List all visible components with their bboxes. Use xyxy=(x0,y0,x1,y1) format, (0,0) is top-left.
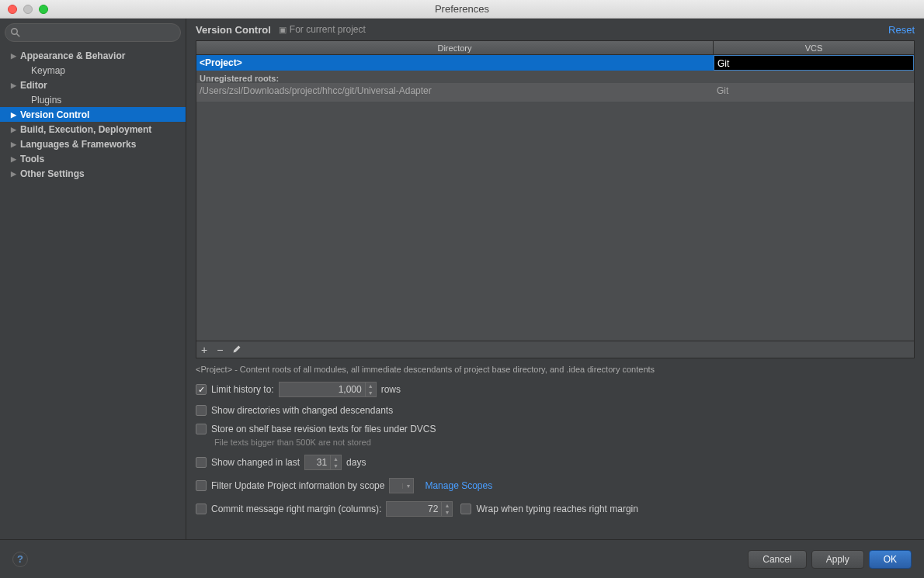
table-toolbar: + − xyxy=(196,341,914,358)
edit-icon[interactable] xyxy=(232,344,241,356)
option-label: Limit history to: xyxy=(211,384,274,395)
unregistered-roots-label: Unregistered roots: xyxy=(196,71,914,83)
traffic-lights xyxy=(8,5,48,14)
vcs-select[interactable]: Git xyxy=(714,55,914,71)
commit-margin-input[interactable] xyxy=(387,502,441,516)
settings-tree: ▶Appearance & Behavior Keymap ▶Editor Pl… xyxy=(0,47,186,539)
maximize-icon[interactable] xyxy=(39,5,48,14)
wrap-checkbox[interactable] xyxy=(460,504,471,514)
add-icon[interactable]: + xyxy=(201,344,207,356)
sidebar-item-build[interactable]: ▶Build, Execution, Deployment xyxy=(0,122,186,137)
show-changed-spinner[interactable]: ▲▼ xyxy=(304,455,342,470)
option-commit-margin: Commit message right margin (columns): ▲… xyxy=(196,501,915,517)
cancel-button[interactable]: Cancel xyxy=(748,550,806,569)
show-changed-checkbox[interactable] xyxy=(196,457,207,468)
vcs-cell: Git xyxy=(714,83,914,102)
minimize-icon[interactable] xyxy=(23,5,33,14)
search-input[interactable] xyxy=(5,23,181,42)
commit-margin-spinner[interactable]: ▲▼ xyxy=(386,501,453,517)
manage-scopes-link[interactable]: Manage Scopes xyxy=(425,480,492,491)
sidebar-item-label: Version Control xyxy=(20,109,89,120)
content-panel: Version Control ▣ For current project Re… xyxy=(186,19,924,539)
option-filter-update: Filter Update Project information by sco… xyxy=(196,478,915,493)
sidebar-item-label: Build, Execution, Deployment xyxy=(20,124,151,135)
sidebar-item-label: Other Settings xyxy=(20,168,85,179)
spinner-up-icon[interactable]: ▲ xyxy=(442,502,452,509)
option-label: Filter Update Project information by sco… xyxy=(211,480,384,491)
limit-history-spinner[interactable]: ▲▼ xyxy=(279,382,377,397)
sidebar-item-languages[interactable]: ▶Languages & Frameworks xyxy=(0,137,186,151)
sidebar-item-appearance[interactable]: ▶Appearance & Behavior xyxy=(0,48,186,63)
sidebar-item-editor[interactable]: ▶Editor xyxy=(0,78,186,92)
directory-cell: <Project> xyxy=(196,55,714,71)
option-label: Show directories with changed descendant… xyxy=(211,405,393,416)
sidebar-item-tools[interactable]: ▶Tools xyxy=(0,151,186,166)
sidebar: ▶Appearance & Behavior Keymap ▶Editor Pl… xyxy=(0,19,186,539)
remove-icon[interactable]: − xyxy=(217,344,223,356)
page-subtitle: For current project xyxy=(290,24,366,35)
sidebar-item-label: Keymap xyxy=(31,65,65,76)
vcs-roots-table: Directory VCS <Project> Git Unregistered… xyxy=(196,40,915,358)
apply-button[interactable]: Apply xyxy=(811,550,864,569)
sidebar-item-label: Plugins xyxy=(31,95,61,106)
option-label: rows xyxy=(381,384,401,395)
option-store-shelf-sub: File texts bigger than 500K are not stor… xyxy=(214,438,915,447)
option-limit-history: Limit history to: ▲▼ rows xyxy=(196,382,915,397)
spinner-up-icon[interactable]: ▲ xyxy=(331,455,341,462)
sidebar-item-other[interactable]: ▶Other Settings xyxy=(0,166,186,181)
search-icon xyxy=(11,28,20,37)
spinner-down-icon[interactable]: ▼ xyxy=(442,509,452,516)
footer: ? Cancel Apply OK xyxy=(0,539,924,578)
project-scope-icon: ▣ xyxy=(279,25,287,35)
spinner-down-icon[interactable]: ▼ xyxy=(366,389,376,396)
table-empty-area xyxy=(196,102,914,341)
project-description: <Project> - Content roots of all modules… xyxy=(196,365,915,374)
limit-history-checkbox[interactable] xyxy=(196,384,207,395)
sidebar-item-version-control[interactable]: ▶Version Control xyxy=(0,107,186,122)
option-label: Store on shelf base revision texts for f… xyxy=(211,424,436,434)
reset-link[interactable]: Reset xyxy=(888,24,915,36)
svg-point-0 xyxy=(12,29,18,35)
svg-line-1 xyxy=(17,34,20,37)
chevron-down-icon: ▼ xyxy=(402,483,413,489)
sidebar-item-label: Languages & Frameworks xyxy=(20,139,136,150)
option-store-shelf: Store on shelf base revision texts for f… xyxy=(196,424,915,434)
help-button[interactable]: ? xyxy=(12,552,28,567)
option-label: Commit message right margin (columns): xyxy=(211,504,381,514)
option-label: days xyxy=(346,457,366,468)
store-shelf-checkbox[interactable] xyxy=(196,424,207,434)
show-directories-checkbox[interactable] xyxy=(196,405,207,416)
ok-button[interactable]: OK xyxy=(869,550,912,569)
option-label: Show changed in last xyxy=(211,457,300,468)
show-changed-input[interactable] xyxy=(305,455,330,469)
column-header-vcs[interactable]: VCS xyxy=(714,41,914,54)
limit-history-input[interactable] xyxy=(280,382,365,396)
breadcrumb: Version Control ▣ For current project Re… xyxy=(186,19,924,40)
sidebar-item-label: Editor xyxy=(20,80,47,91)
column-header-directory[interactable]: Directory xyxy=(196,41,714,54)
option-show-changed: Show changed in last ▲▼ days xyxy=(196,455,915,470)
table-row[interactable]: <Project> Git xyxy=(196,55,914,71)
options-panel: Limit history to: ▲▼ rows Show directori… xyxy=(196,382,915,517)
commit-margin-checkbox[interactable] xyxy=(196,504,207,514)
spinner-up-icon[interactable]: ▲ xyxy=(366,382,376,389)
directory-cell: /Users/zsl/Downloads/project/hhcc/git/Un… xyxy=(196,83,714,102)
table-row[interactable]: /Users/zsl/Downloads/project/hhcc/git/Un… xyxy=(196,83,914,102)
sidebar-item-keymap[interactable]: Keymap xyxy=(0,63,186,78)
close-icon[interactable] xyxy=(8,5,17,14)
scope-select[interactable]: ▼ xyxy=(389,478,414,493)
option-show-directories: Show directories with changed descendant… xyxy=(196,405,915,416)
option-sublabel: File texts bigger than 500K are not stor… xyxy=(214,438,371,447)
filter-update-checkbox[interactable] xyxy=(196,480,207,491)
table-header: Directory VCS xyxy=(196,41,914,55)
spinner-down-icon[interactable]: ▼ xyxy=(331,462,341,469)
sidebar-item-label: Tools xyxy=(20,154,44,164)
option-label: Wrap when typing reaches right margin xyxy=(476,504,638,514)
sidebar-item-plugins[interactable]: Plugins xyxy=(0,92,186,107)
window-title: Preferences xyxy=(435,3,489,15)
titlebar: Preferences xyxy=(0,0,924,19)
sidebar-item-label: Appearance & Behavior xyxy=(20,50,125,61)
page-title: Version Control xyxy=(196,24,271,36)
